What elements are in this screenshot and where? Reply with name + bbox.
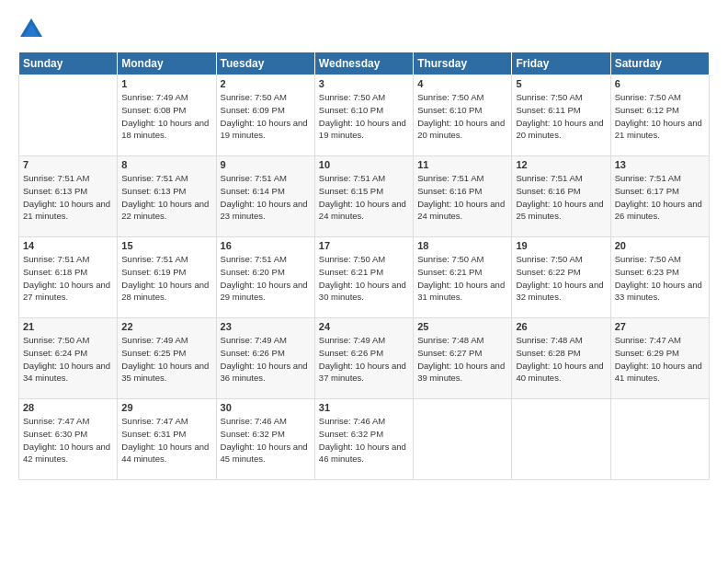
day-info: Sunrise: 7:47 AMSunset: 6:31 PMDaylight:… bbox=[121, 415, 211, 465]
day-info: Sunrise: 7:46 AMSunset: 6:32 PMDaylight:… bbox=[221, 415, 311, 465]
day-info: Sunrise: 7:50 AMSunset: 6:10 PMDaylight:… bbox=[319, 91, 409, 142]
header-sunday: Sunday bbox=[19, 52, 118, 75]
page: SundayMondayTuesdayWednesdayThursdayFrid… bbox=[0, 0, 728, 491]
day-info: Sunrise: 7:51 AMSunset: 6:14 PMDaylight:… bbox=[221, 172, 311, 223]
day-number: 12 bbox=[516, 159, 606, 170]
day-info: Sunrise: 7:51 AMSunset: 6:16 PMDaylight:… bbox=[516, 172, 606, 223]
day-info: Sunrise: 7:50 AMSunset: 6:11 PMDaylight:… bbox=[516, 91, 606, 142]
day-info: Sunrise: 7:48 AMSunset: 6:27 PMDaylight:… bbox=[417, 334, 507, 385]
day-info: Sunrise: 7:49 AMSunset: 6:08 PMDaylight:… bbox=[121, 91, 211, 142]
day-info: Sunrise: 7:46 AMSunset: 6:32 PMDaylight:… bbox=[319, 415, 409, 465]
day-number: 2 bbox=[221, 78, 311, 89]
logo bbox=[18, 17, 48, 42]
day-info: Sunrise: 7:50 AMSunset: 6:21 PMDaylight:… bbox=[319, 253, 409, 304]
day-info: Sunrise: 7:51 AMSunset: 6:13 PMDaylight:… bbox=[121, 172, 211, 223]
day-info: Sunrise: 7:47 AMSunset: 6:30 PMDaylight:… bbox=[23, 415, 113, 465]
day-number: 24 bbox=[319, 321, 409, 332]
day-info: Sunrise: 7:51 AMSunset: 6:15 PMDaylight:… bbox=[319, 172, 409, 223]
day-info: Sunrise: 7:50 AMSunset: 6:24 PMDaylight:… bbox=[23, 334, 113, 385]
calendar-cell: 13Sunrise: 7:51 AMSunset: 6:17 PMDayligh… bbox=[610, 156, 709, 237]
calendar-cell: 22Sunrise: 7:49 AMSunset: 6:25 PMDayligh… bbox=[118, 318, 216, 399]
calendar-cell: 2Sunrise: 7:50 AMSunset: 6:09 PMDaylight… bbox=[216, 75, 314, 156]
calendar-cell: 15Sunrise: 7:51 AMSunset: 6:19 PMDayligh… bbox=[118, 237, 216, 318]
day-number: 16 bbox=[221, 240, 311, 251]
day-info: Sunrise: 7:50 AMSunset: 6:23 PMDaylight:… bbox=[615, 253, 705, 304]
calendar-cell: 11Sunrise: 7:51 AMSunset: 6:16 PMDayligh… bbox=[414, 156, 512, 237]
header-tuesday: Tuesday bbox=[216, 52, 314, 75]
calendar-cell: 26Sunrise: 7:48 AMSunset: 6:28 PMDayligh… bbox=[512, 318, 610, 399]
day-number: 6 bbox=[615, 78, 705, 89]
header-friday: Friday bbox=[512, 52, 610, 75]
day-number: 23 bbox=[221, 321, 311, 332]
calendar-cell: 30Sunrise: 7:46 AMSunset: 6:32 PMDayligh… bbox=[216, 399, 314, 480]
day-info: Sunrise: 7:51 AMSunset: 6:19 PMDaylight:… bbox=[121, 253, 211, 304]
day-info: Sunrise: 7:49 AMSunset: 6:26 PMDaylight:… bbox=[221, 334, 311, 385]
day-info: Sunrise: 7:47 AMSunset: 6:29 PMDaylight:… bbox=[615, 334, 705, 385]
calendar-header-row: SundayMondayTuesdayWednesdayThursdayFrid… bbox=[19, 52, 710, 75]
day-number: 9 bbox=[221, 159, 311, 170]
calendar-cell: 8Sunrise: 7:51 AMSunset: 6:13 PMDaylight… bbox=[118, 156, 216, 237]
header bbox=[18, 17, 710, 42]
calendar-cell: 23Sunrise: 7:49 AMSunset: 6:26 PMDayligh… bbox=[216, 318, 314, 399]
day-number: 19 bbox=[516, 240, 606, 251]
day-number: 27 bbox=[615, 321, 705, 332]
calendar-cell: 28Sunrise: 7:47 AMSunset: 6:30 PMDayligh… bbox=[19, 399, 118, 480]
day-number: 7 bbox=[23, 159, 113, 170]
day-info: Sunrise: 7:51 AMSunset: 6:16 PMDaylight:… bbox=[417, 172, 507, 223]
calendar-cell: 4Sunrise: 7:50 AMSunset: 6:10 PMDaylight… bbox=[414, 75, 512, 156]
header-thursday: Thursday bbox=[414, 52, 512, 75]
calendar-cell: 7Sunrise: 7:51 AMSunset: 6:13 PMDaylight… bbox=[19, 156, 118, 237]
day-info: Sunrise: 7:50 AMSunset: 6:21 PMDaylight:… bbox=[417, 253, 507, 304]
day-info: Sunrise: 7:51 AMSunset: 6:13 PMDaylight:… bbox=[23, 172, 113, 223]
calendar-cell: 24Sunrise: 7:49 AMSunset: 6:26 PMDayligh… bbox=[314, 318, 413, 399]
calendar-cell: 10Sunrise: 7:51 AMSunset: 6:15 PMDayligh… bbox=[314, 156, 413, 237]
calendar-cell: 1Sunrise: 7:49 AMSunset: 6:08 PMDaylight… bbox=[118, 75, 216, 156]
calendar-cell bbox=[414, 399, 512, 480]
calendar-cell bbox=[19, 75, 118, 156]
day-number: 8 bbox=[121, 159, 211, 170]
calendar-cell: 31Sunrise: 7:46 AMSunset: 6:32 PMDayligh… bbox=[314, 399, 413, 480]
day-info: Sunrise: 7:49 AMSunset: 6:26 PMDaylight:… bbox=[319, 334, 409, 385]
day-number: 13 bbox=[615, 159, 705, 170]
calendar-cell: 5Sunrise: 7:50 AMSunset: 6:11 PMDaylight… bbox=[512, 75, 610, 156]
calendar-week-1: 1Sunrise: 7:49 AMSunset: 6:08 PMDaylight… bbox=[19, 75, 710, 156]
day-info: Sunrise: 7:51 AMSunset: 6:17 PMDaylight:… bbox=[615, 172, 705, 223]
day-info: Sunrise: 7:50 AMSunset: 6:09 PMDaylight:… bbox=[221, 91, 311, 142]
calendar-cell bbox=[512, 399, 610, 480]
day-number: 20 bbox=[615, 240, 705, 251]
day-info: Sunrise: 7:50 AMSunset: 6:10 PMDaylight:… bbox=[417, 91, 507, 142]
calendar-cell: 14Sunrise: 7:51 AMSunset: 6:18 PMDayligh… bbox=[19, 237, 118, 318]
calendar-cell: 6Sunrise: 7:50 AMSunset: 6:12 PMDaylight… bbox=[610, 75, 709, 156]
logo-icon bbox=[18, 17, 44, 42]
calendar-cell: 25Sunrise: 7:48 AMSunset: 6:27 PMDayligh… bbox=[414, 318, 512, 399]
day-number: 31 bbox=[319, 402, 409, 413]
calendar-cell: 29Sunrise: 7:47 AMSunset: 6:31 PMDayligh… bbox=[118, 399, 216, 480]
day-number: 18 bbox=[417, 240, 507, 251]
day-number: 26 bbox=[516, 321, 606, 332]
calendar-cell bbox=[610, 399, 709, 480]
day-number: 17 bbox=[319, 240, 409, 251]
header-monday: Monday bbox=[118, 52, 216, 75]
day-number: 28 bbox=[23, 402, 113, 413]
day-info: Sunrise: 7:51 AMSunset: 6:18 PMDaylight:… bbox=[23, 253, 113, 304]
calendar-week-2: 7Sunrise: 7:51 AMSunset: 6:13 PMDaylight… bbox=[19, 156, 710, 237]
day-number: 25 bbox=[417, 321, 507, 332]
day-number: 21 bbox=[23, 321, 113, 332]
day-info: Sunrise: 7:48 AMSunset: 6:28 PMDaylight:… bbox=[516, 334, 606, 385]
calendar-cell: 19Sunrise: 7:50 AMSunset: 6:22 PMDayligh… bbox=[512, 237, 610, 318]
calendar-cell: 3Sunrise: 7:50 AMSunset: 6:10 PMDaylight… bbox=[314, 75, 413, 156]
calendar-cell: 12Sunrise: 7:51 AMSunset: 6:16 PMDayligh… bbox=[512, 156, 610, 237]
day-number: 29 bbox=[121, 402, 211, 413]
header-saturday: Saturday bbox=[610, 52, 709, 75]
day-number: 4 bbox=[417, 78, 507, 89]
day-number: 11 bbox=[417, 159, 507, 170]
day-number: 14 bbox=[23, 240, 113, 251]
calendar-cell: 21Sunrise: 7:50 AMSunset: 6:24 PMDayligh… bbox=[19, 318, 118, 399]
calendar-cell: 27Sunrise: 7:47 AMSunset: 6:29 PMDayligh… bbox=[610, 318, 709, 399]
calendar-week-4: 21Sunrise: 7:50 AMSunset: 6:24 PMDayligh… bbox=[19, 318, 710, 399]
day-number: 3 bbox=[319, 78, 409, 89]
header-wednesday: Wednesday bbox=[314, 52, 413, 75]
calendar-week-3: 14Sunrise: 7:51 AMSunset: 6:18 PMDayligh… bbox=[19, 237, 710, 318]
day-number: 22 bbox=[121, 321, 211, 332]
calendar-table: SundayMondayTuesdayWednesdayThursdayFrid… bbox=[18, 52, 710, 480]
